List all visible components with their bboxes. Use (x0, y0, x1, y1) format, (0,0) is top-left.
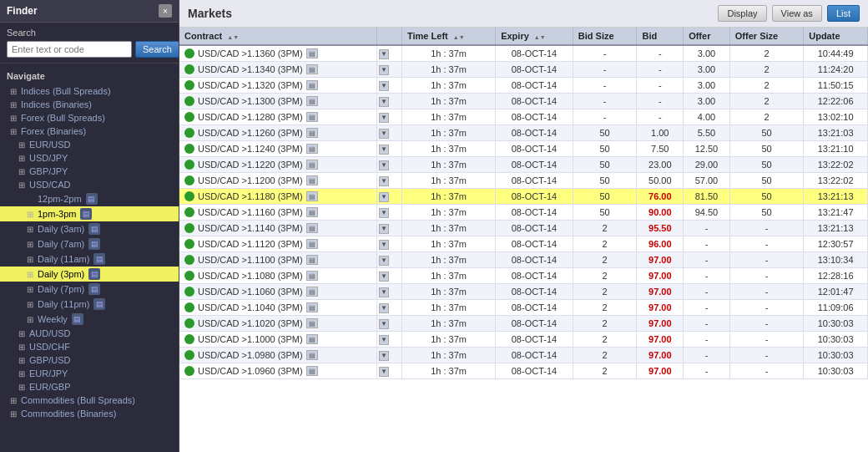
col-bid-size[interactable]: Bid Size (573, 28, 637, 45)
sidebar-item-usd-cad[interactable]: ⊞USD/CAD (0, 178, 179, 191)
table-row[interactable]: USD/CAD >1.1020 (3PM) ▤ ▼ 1h : 37m 08-OC… (179, 316, 868, 332)
col-offer-size[interactable]: Offer Size (729, 28, 803, 45)
sidebar-item-daily-7pm[interactable]: ⊞Daily (7pm)▤ (0, 282, 179, 297)
dropdown-icon[interactable]: ▼ (379, 81, 389, 91)
dropdown-icon[interactable]: ▼ (379, 303, 389, 313)
chart-icon[interactable]: ▤ (306, 128, 318, 138)
table-row[interactable]: USD/CAD >1.1060 (3PM) ▤ ▼ 1h : 37m 08-OC… (179, 284, 868, 300)
chart-icon[interactable]: ▤ (306, 318, 318, 328)
cell-dropdown[interactable]: ▼ (377, 268, 402, 284)
cell-dropdown[interactable]: ▼ (377, 316, 402, 332)
table-row[interactable]: USD/CAD >1.1360 (3PM) ▤ ▼ 1h : 37m 08-OC… (179, 45, 868, 62)
cell-dropdown[interactable]: ▼ (377, 125, 402, 141)
search-input[interactable] (7, 41, 132, 58)
table-row[interactable]: USD/CAD >1.0960 (3PM) ▤ ▼ 1h : 37m 08-OC… (179, 363, 868, 379)
sidebar-item-daily-3am[interactable]: ⊞Daily (3am)▤ (0, 221, 179, 236)
cell-dropdown[interactable]: ▼ (377, 205, 402, 221)
table-row[interactable]: USD/CAD >1.1120 (3PM) ▤ ▼ 1h : 37m 08-OC… (179, 236, 868, 252)
dropdown-icon[interactable]: ▼ (379, 192, 389, 202)
table-row[interactable]: USD/CAD >1.1200 (3PM) ▤ ▼ 1h : 37m 08-OC… (179, 173, 868, 189)
sidebar-item-aud-usd[interactable]: ⊞AUD/USD (0, 327, 179, 340)
cell-dropdown[interactable]: ▼ (377, 348, 402, 363)
chart-icon[interactable]: ▤ (306, 191, 318, 201)
chart-icon[interactable]: ▤ (306, 239, 318, 249)
chart-icon[interactable]: ▤ (306, 334, 318, 344)
sidebar-item-eur-gbp[interactable]: ⊞EUR/GBP (0, 380, 179, 394)
sidebar-item-indices-bin[interactable]: ⊞Indices (Binaries) (0, 98, 179, 111)
chart-icon[interactable]: ▤ (306, 271, 318, 281)
close-button[interactable]: × (159, 4, 172, 18)
sidebar-item-forex-bin[interactable]: ⊞Forex (Binaries) (0, 124, 179, 138)
chart-icon[interactable]: ▤ (306, 302, 318, 312)
dropdown-icon[interactable]: ▼ (379, 49, 389, 59)
table-row[interactable]: USD/CAD >1.1100 (3PM) ▤ ▼ 1h : 37m 08-OC… (179, 252, 868, 268)
table-row[interactable]: USD/CAD >1.1180 (3PM) ▤ ▼ 1h : 37m 08-OC… (179, 189, 868, 205)
table-row[interactable]: USD/CAD >1.1280 (3PM) ▤ ▼ 1h : 37m 08-OC… (179, 109, 868, 125)
dropdown-icon[interactable]: ▼ (379, 351, 389, 361)
cell-dropdown[interactable]: ▼ (377, 141, 402, 157)
cell-dropdown[interactable]: ▼ (377, 62, 402, 78)
cell-dropdown[interactable]: ▼ (377, 189, 402, 205)
sidebar-item-weekly[interactable]: ⊞Weekly▤ (0, 312, 179, 327)
sidebar-item-forex-bull[interactable]: ⊞Forex (Bull Spreads) (0, 111, 179, 124)
sidebar-item-daily-7am[interactable]: ⊞Daily (7am)▤ (0, 236, 179, 251)
dropdown-icon[interactable]: ▼ (379, 113, 389, 123)
chart-icon[interactable]: ▤ (306, 207, 318, 217)
dropdown-icon[interactable]: ▼ (379, 65, 389, 75)
dropdown-icon[interactable]: ▼ (379, 256, 389, 266)
sidebar-item-daily-11pm[interactable]: ⊞Daily (11pm)▤ (0, 297, 179, 312)
cell-dropdown[interactable]: ▼ (377, 236, 402, 252)
dropdown-icon[interactable]: ▼ (379, 224, 389, 234)
cell-dropdown[interactable]: ▼ (377, 252, 402, 268)
sidebar-item-gbp-usd[interactable]: ⊞GBP/USD (0, 353, 179, 367)
cell-dropdown[interactable]: ▼ (377, 284, 402, 300)
table-row[interactable]: USD/CAD >1.1320 (3PM) ▤ ▼ 1h : 37m 08-OC… (179, 78, 868, 94)
dropdown-icon[interactable]: ▼ (379, 97, 389, 107)
table-row[interactable]: USD/CAD >1.1140 (3PM) ▤ ▼ 1h : 37m 08-OC… (179, 221, 868, 236)
cell-dropdown[interactable]: ▼ (377, 363, 402, 379)
sidebar-item-eur-usd[interactable]: ⊞EUR/USD (0, 138, 179, 151)
cell-dropdown[interactable]: ▼ (377, 173, 402, 189)
sidebar-item-indices-bull[interactable]: ⊞Indices (Bull Spreads) (0, 84, 179, 98)
dropdown-icon[interactable]: ▼ (379, 335, 389, 345)
chart-icon[interactable]: ▤ (306, 144, 318, 154)
chart-icon[interactable]: ▤ (306, 96, 318, 106)
table-row[interactable]: USD/CAD >1.1000 (3PM) ▤ ▼ 1h : 37m 08-OC… (179, 332, 868, 348)
sidebar-item-commodities-bull[interactable]: ⊞Commodities (Bull Spreads) (0, 394, 179, 407)
cell-dropdown[interactable]: ▼ (377, 157, 402, 173)
chart-icon[interactable]: ▤ (306, 287, 318, 297)
sidebar-item-daily-3pm[interactable]: ⊞Daily (3pm)▤ (0, 267, 179, 282)
view-as-button[interactable]: View as (772, 5, 822, 22)
sidebar-item-daily-11am[interactable]: ⊞Daily (11am)▤ (0, 251, 179, 267)
sidebar-item-commodities-bin[interactable]: ⊞Commodities (Binaries) (0, 407, 179, 420)
sidebar-item-usd-jpy[interactable]: ⊞USD/JPY (0, 151, 179, 165)
col-update[interactable]: Update (804, 28, 868, 45)
chart-icon[interactable]: ▤ (306, 112, 318, 122)
col-time-left[interactable]: Time Left ▲▼ (402, 28, 496, 45)
table-row[interactable]: USD/CAD >1.0980 (3PM) ▤ ▼ 1h : 37m 08-OC… (179, 348, 868, 363)
table-row[interactable]: USD/CAD >1.1340 (3PM) ▤ ▼ 1h : 37m 08-OC… (179, 62, 868, 78)
chart-icon[interactable]: ▤ (306, 350, 318, 360)
col-bid[interactable]: Bid (637, 28, 684, 45)
chart-icon[interactable]: ▤ (306, 223, 318, 233)
table-row[interactable]: USD/CAD >1.1240 (3PM) ▤ ▼ 1h : 37m 08-OC… (179, 141, 868, 157)
dropdown-icon[interactable]: ▼ (379, 129, 389, 139)
chart-icon[interactable]: ▤ (306, 80, 318, 90)
col-expiry[interactable]: Expiry ▲▼ (496, 28, 573, 45)
dropdown-icon[interactable]: ▼ (379, 208, 389, 218)
table-row[interactable]: USD/CAD >1.1040 (3PM) ▤ ▼ 1h : 37m 08-OC… (179, 300, 868, 316)
cell-dropdown[interactable]: ▼ (377, 221, 402, 236)
cell-dropdown[interactable]: ▼ (377, 94, 402, 109)
table-row[interactable]: USD/CAD >1.1080 (3PM) ▤ ▼ 1h : 37m 08-OC… (179, 268, 868, 284)
cell-dropdown[interactable]: ▼ (377, 109, 402, 125)
cell-dropdown[interactable]: ▼ (377, 332, 402, 348)
sidebar-item-usd-chf[interactable]: ⊞USD/CHF (0, 340, 179, 353)
col-offer[interactable]: Offer (684, 28, 730, 45)
col-contract[interactable]: Contract ▲▼ (179, 28, 377, 45)
table-container[interactable]: Contract ▲▼ Time Left ▲▼ Expiry ▲▼ Bid S… (179, 28, 868, 452)
cell-dropdown[interactable]: ▼ (377, 45, 402, 62)
cell-dropdown[interactable]: ▼ (377, 300, 402, 316)
chart-icon[interactable]: ▤ (306, 48, 318, 58)
chart-icon[interactable]: ▤ (306, 64, 318, 74)
sidebar-item-eur-jpy[interactable]: ⊞EUR/JPY (0, 367, 179, 380)
